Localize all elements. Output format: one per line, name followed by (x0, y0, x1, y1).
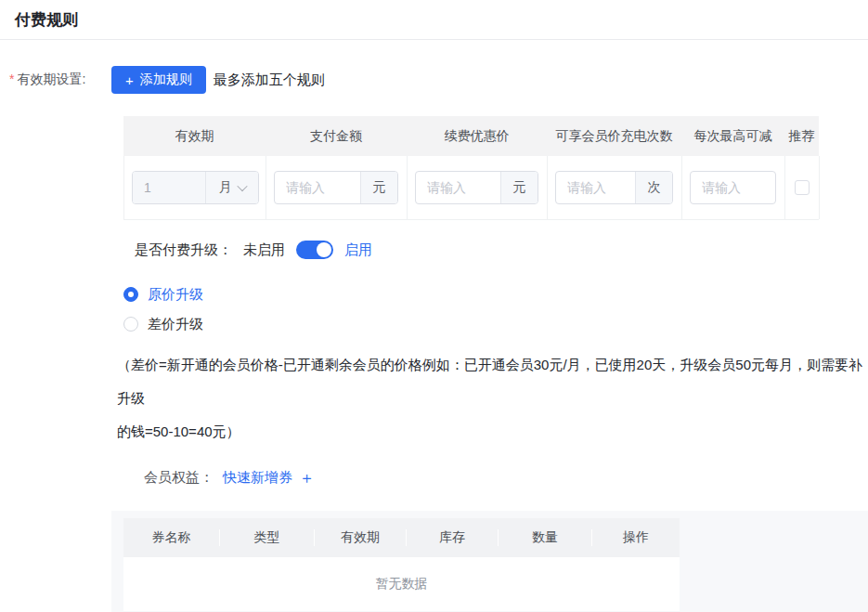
max-discount-input[interactable] (691, 172, 775, 203)
validity-input-group: 月 (132, 171, 259, 204)
renewal-price-input[interactable] (416, 172, 500, 203)
recommend-cell (785, 156, 820, 219)
validity-label: *有效期设置: (9, 72, 111, 88)
validity-form-row: *有效期设置: + 添加规则 最多添加五个规则 (9, 66, 868, 94)
pay-amount-input[interactable] (275, 172, 360, 203)
coupon-header-type: 类型 (220, 529, 315, 546)
coupon-header-quantity: 数量 (499, 529, 592, 546)
upgrade-note: （差价=新开通的会员价格-已开通剩余会员的价格例如：已开通会员30元/月，已使用… (117, 348, 868, 449)
quick-add-coupon-link[interactable]: 快速新增券 ＋ (223, 469, 315, 487)
page-title: 付费规则 (0, 0, 868, 40)
radio-original-label: 原价升级 (148, 286, 203, 304)
rules-table-header: 有效期 支付金额 续费优惠价 可享会员价充电次数 每次最高可减 推荐 (123, 116, 819, 156)
recommend-checkbox[interactable] (795, 180, 810, 195)
renewal-price-cell: 元 (408, 156, 548, 219)
charge-times-cell: 次 (548, 156, 682, 219)
rules-header-validity: 有效期 (123, 128, 266, 145)
chevron-down-icon (237, 181, 247, 191)
add-rule-button[interactable]: + 添加规则 (111, 66, 206, 94)
renewal-price-input-group: 元 (415, 171, 538, 204)
toggle-off-text: 未启用 (243, 241, 285, 259)
upgrade-note-line2: 的钱=50-10=40元） (117, 415, 868, 449)
validity-value-input[interactable] (133, 172, 205, 203)
toggle-knob (317, 242, 331, 257)
radio-difference-label: 差价升级 (148, 316, 203, 333)
pay-amount-cell: 元 (266, 156, 408, 219)
radio-unchecked-icon (123, 317, 138, 332)
coupon-table-empty: 暂无数据 (123, 557, 680, 611)
paid-upgrade-row: 是否付费升级： 未启用 启用 (135, 241, 868, 259)
radio-difference-upgrade[interactable]: 差价升级 (123, 309, 868, 339)
add-rule-button-label: 添加规则 (140, 72, 192, 88)
coupon-header-name: 券名称 (123, 529, 220, 546)
radio-original-upgrade[interactable]: 原价升级 (123, 280, 868, 309)
rules-table-row: 月 元 元 次 (123, 156, 819, 220)
renewal-price-unit: 元 (500, 172, 538, 203)
plus-icon: ＋ (299, 470, 315, 486)
pay-amount-input-group: 元 (274, 171, 398, 204)
member-benefits-row: 会员权益： 快速新增券 ＋ (144, 469, 868, 487)
coupon-table-header: 券名称 类型 有效期 库存 数量 操作 (123, 518, 680, 557)
rules-header-renewal-price: 续费优惠价 (407, 128, 547, 145)
validity-label-text: 有效期设置: (17, 72, 85, 86)
required-asterisk: * (9, 72, 14, 86)
member-benefits-label: 会员权益： (144, 469, 214, 487)
rules-header-pay-amount: 支付金额 (266, 128, 407, 145)
upgrade-options-group: 原价升级 差价升级 (123, 280, 868, 339)
radio-checked-icon (123, 287, 138, 302)
paid-upgrade-label: 是否付费升级： (135, 241, 232, 259)
quick-add-coupon-label: 快速新增券 (223, 469, 292, 487)
validity-unit-select[interactable]: 月 (205, 172, 258, 203)
coupon-panel: 券名称 类型 有效期 库存 数量 操作 暂无数据 (111, 511, 868, 612)
coupon-header-operation: 操作 (592, 529, 680, 546)
empty-data-text: 暂无数据 (376, 576, 428, 592)
charge-times-input-group: 次 (555, 171, 673, 204)
validity-unit-value: 月 (219, 179, 232, 196)
validity-cell: 月 (124, 156, 266, 219)
toggle-on-text[interactable]: 启用 (344, 241, 372, 259)
pay-amount-unit: 元 (360, 172, 397, 203)
plus-icon: + (125, 73, 134, 87)
coupon-header-stock: 库存 (407, 529, 499, 546)
max-discount-cell (682, 156, 785, 219)
charge-times-input[interactable] (556, 172, 635, 203)
rules-header-recommend: 推荐 (784, 128, 819, 145)
charge-times-unit: 次 (635, 172, 672, 203)
max-discount-input-group (690, 171, 776, 204)
coupon-header-validity: 有效期 (315, 529, 407, 546)
paid-upgrade-toggle[interactable] (296, 241, 333, 259)
rules-header-charge-times: 可享会员价充电次数 (547, 128, 681, 145)
upgrade-note-line1: （差价=新开通的会员价格-已开通剩余会员的价格例如：已开通会员30元/月，已使用… (117, 348, 868, 415)
max-rules-hint: 最多添加五个规则 (214, 72, 325, 89)
rules-table: 有效期 支付金额 续费优惠价 可享会员价充电次数 每次最高可减 推荐 月 元 (123, 116, 819, 220)
rules-header-max-discount: 每次最高可减 (681, 128, 784, 145)
